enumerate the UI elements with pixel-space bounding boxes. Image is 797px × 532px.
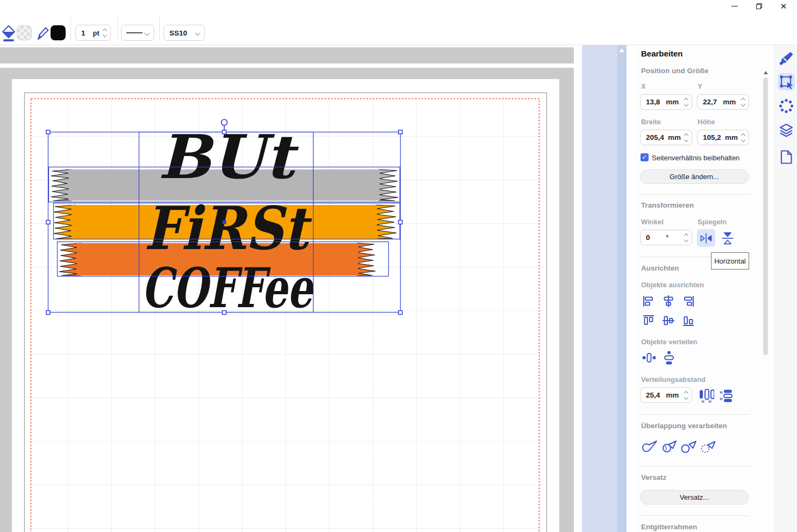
panel-scrollbar-thumb[interactable] <box>763 77 768 355</box>
y-input[interactable]: 22,7 mm <box>697 94 749 110</box>
keep-aspect-checkbox[interactable]: ✓ <box>641 153 649 161</box>
sidebar-point-edit-tab[interactable] <box>778 97 795 115</box>
spacing-input[interactable]: 25,4 mm <box>640 387 692 403</box>
selection-handle[interactable] <box>46 221 50 224</box>
distribute-vertical-button[interactable] <box>663 351 675 365</box>
overlap-divide-icon <box>680 439 696 454</box>
toolbar: 1 pt SS10 <box>0 12 797 45</box>
overlap-divide-button[interactable] <box>680 439 696 454</box>
align-center-horizontal-button[interactable] <box>662 295 675 308</box>
x-value: 13,8 <box>646 98 660 106</box>
section-align: Ausrichten <box>641 264 679 272</box>
resize-button[interactable]: Größe ändern... <box>640 169 749 184</box>
align-middle-vertical-icon <box>662 314 675 327</box>
design-text[interactable]: BUt FiRSt COFFee <box>141 122 315 320</box>
x-label: X <box>641 82 646 90</box>
design-canvas[interactable]: BUt FiRSt COFFee <box>0 45 574 532</box>
scroll-up-icon[interactable] <box>619 48 624 52</box>
spacing-vertical-icon: H H <box>720 389 732 402</box>
divider <box>640 194 750 195</box>
divider <box>640 414 750 415</box>
align-bottom-button[interactable] <box>682 314 695 327</box>
overlap-weld-button[interactable] <box>642 439 658 454</box>
overlap-crop-button[interactable] <box>700 439 716 454</box>
canvas-gap <box>0 45 574 47</box>
align-bottom-icon <box>682 314 695 327</box>
rotation-handle[interactable] <box>222 119 227 125</box>
x-stepper[interactable] <box>685 98 688 106</box>
selection-handle[interactable] <box>398 311 402 315</box>
panel-scroll-up-icon[interactable] <box>764 71 768 74</box>
toolbar-separator <box>70 16 71 41</box>
selection-handle[interactable] <box>223 130 226 134</box>
selection-handle[interactable] <box>46 130 50 134</box>
selection-handle[interactable] <box>223 311 226 315</box>
panel-title: Bearbeiten <box>641 49 683 58</box>
stroke-pen-icon[interactable] <box>35 25 49 41</box>
close-icon[interactable]: ✕ <box>775 0 792 12</box>
minimize-icon[interactable] <box>727 0 743 12</box>
width-input[interactable]: 205,4 mm <box>640 130 692 145</box>
flip-horizontal-button[interactable] <box>697 229 715 247</box>
width-value: 205,4 <box>646 133 664 141</box>
solid-line-glyph <box>126 32 143 33</box>
height-input[interactable]: 105,2 mm <box>697 130 749 145</box>
distribute-horizontal-icon <box>642 352 656 364</box>
page-icon <box>779 150 794 165</box>
fill-color-icon[interactable] <box>2 25 16 42</box>
overlap-crop-icon <box>700 439 716 454</box>
strip-scrollbar[interactable] <box>617 45 627 532</box>
paint-brush-icon <box>779 51 794 66</box>
x-input[interactable]: 13,8 mm <box>640 94 692 110</box>
sidebar-page-tab[interactable] <box>778 148 795 166</box>
material-select[interactable]: SS10 <box>163 25 205 41</box>
toolbar-separator <box>159 16 160 41</box>
sidebar-layers-tab[interactable] <box>778 122 795 139</box>
width-unit: mm <box>668 133 681 141</box>
spacing-vertical-button[interactable]: H H <box>720 389 732 402</box>
offset-button[interactable]: Versatz... <box>640 490 749 505</box>
align-left-button[interactable] <box>642 295 655 308</box>
stroke-width-input[interactable]: 1 pt <box>75 25 111 41</box>
height-value: 105,2 <box>703 133 721 141</box>
chevron-down-icon <box>145 30 150 36</box>
spacing-horizontal-button[interactable]: H H <box>699 389 714 403</box>
y-unit: mm <box>723 98 736 106</box>
spacing-stepper[interactable] <box>685 392 688 399</box>
sidebar-edit-tab[interactable] <box>778 73 795 90</box>
spacing-value: 25,4 <box>646 391 660 399</box>
canvas-top-strip <box>0 47 574 63</box>
align-top-button[interactable] <box>642 314 655 327</box>
align-center-horizontal-icon <box>662 295 675 308</box>
distribute-horizontal-button[interactable] <box>642 352 656 364</box>
y-stepper[interactable] <box>742 98 745 106</box>
stroke-width-stepper[interactable] <box>103 29 106 37</box>
material-value: SS10 <box>169 29 187 37</box>
align-right-button[interactable] <box>682 295 695 308</box>
height-stepper[interactable] <box>742 134 745 141</box>
selection-handle[interactable] <box>398 130 402 134</box>
no-fill-swatch[interactable] <box>17 25 32 40</box>
svg-text:H: H <box>720 397 722 401</box>
overlap-subtract-button[interactable] <box>661 439 677 454</box>
line-style-select[interactable] <box>121 25 154 41</box>
sidebar-style-tab[interactable] <box>778 50 795 67</box>
selection-handle[interactable] <box>398 221 402 224</box>
chevron-down-icon <box>195 30 201 36</box>
toolbar-separator <box>117 16 118 41</box>
width-stepper[interactable] <box>685 134 688 141</box>
spacing-unit: mm <box>666 391 679 399</box>
selection-center-point <box>223 221 226 224</box>
angle-stepper[interactable] <box>685 234 688 242</box>
restore-icon[interactable] <box>751 0 767 12</box>
angle-input[interactable]: 0 ° <box>640 230 692 245</box>
stroke-width-value: 1 <box>81 29 86 37</box>
align-right-icon <box>682 295 695 308</box>
align-middle-vertical-button[interactable] <box>662 314 675 327</box>
stroke-color-swatch[interactable] <box>51 25 66 40</box>
align-left-icon <box>642 295 655 308</box>
collapsed-panel-strip[interactable] <box>582 45 627 532</box>
selection-handle[interactable] <box>46 311 50 315</box>
transform-select-icon <box>779 74 794 89</box>
flip-vertical-button[interactable] <box>720 230 736 246</box>
